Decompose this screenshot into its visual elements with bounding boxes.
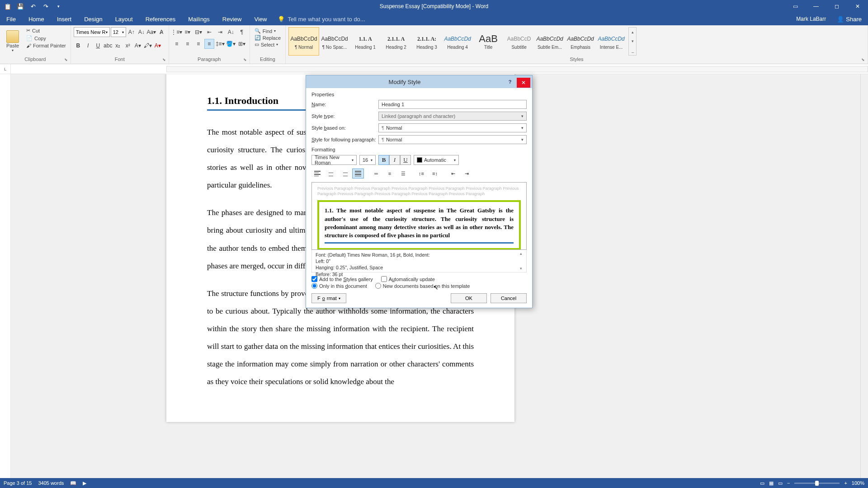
tab-design[interactable]: Design [78,13,108,25]
word-count[interactable]: 3405 words [38,480,64,486]
style-item[interactable]: 2.1.1. AHeading 2 [381,27,411,56]
dlg-underline-button[interactable]: U [400,155,411,165]
style-item[interactable]: AaBbCcDdEmphasis [565,27,596,56]
dlg-size-combo[interactable]: 16▾ [359,155,376,165]
dlg-spacing-15[interactable]: ≡ [384,169,396,178]
dlg-increase-indent[interactable]: ⇥ [461,169,472,178]
dlg-decrease-indent[interactable]: ⇤ [447,169,459,178]
copy-button[interactable]: 📄Copy [24,35,68,42]
spellcheck-icon[interactable]: 📖 [70,480,76,486]
italic-button[interactable]: I [84,41,93,51]
based-on-field[interactable]: ¶Normal▾ [378,123,527,132]
horizontal-ruler[interactable] [11,64,868,74]
increase-indent-icon[interactable]: ⇥ [215,27,225,37]
style-item[interactable]: 1.1. AHeading 1 [350,27,381,56]
select-button[interactable]: ▭Select▾ [255,42,281,47]
share-button[interactable]: 👤Share [830,13,868,25]
superscript-button[interactable]: x² [123,41,132,51]
page-indicator[interactable]: Page 3 of 15 [4,480,32,486]
dlg-bold-button[interactable]: B [378,155,389,165]
borders-icon[interactable]: ⊞▾ [237,39,247,49]
minimize-icon[interactable]: — [806,0,826,13]
macro-icon[interactable]: ▶ [83,480,86,486]
sort-icon[interactable]: A↓ [226,27,236,37]
align-center-icon[interactable]: ≡ [183,39,193,49]
zoom-out-icon[interactable]: − [787,480,790,486]
only-document-radio[interactable]: Only in this document [311,283,367,289]
clear-format-icon[interactable]: A̷ [157,27,166,37]
read-mode-icon[interactable]: ▭ [760,480,764,486]
styles-more[interactable]: ▴▾⎯ [628,27,637,56]
underline-button[interactable]: U [94,41,103,51]
tab-layout[interactable]: Layout [109,13,139,25]
save-icon[interactable]: 💾 [16,2,24,10]
style-item[interactable]: AaBbCcDdHeading 4 [442,27,473,56]
styles-launcher-icon[interactable]: ⬊ [861,57,865,62]
following-field[interactable]: ¶Normal▾ [378,135,527,144]
tell-me-search[interactable]: 💡Tell me what you want to do... [273,13,369,25]
vertical-scrollbar[interactable] [860,74,868,478]
user-name[interactable]: Mark LaBarr [792,13,830,25]
redo-icon[interactable]: ↷ [42,2,50,10]
tab-view[interactable]: View [248,13,273,25]
close-icon[interactable]: ✕ [517,78,530,88]
desc-scroll-down-icon[interactable]: ▾ [520,266,525,271]
numbering-icon[interactable]: ≡▾ [183,27,193,37]
tab-insert[interactable]: Insert [51,13,78,25]
line-spacing-icon[interactable]: ‡≡▾ [215,39,225,49]
zoom-in-icon[interactable]: + [844,480,847,486]
zoom-level[interactable]: 100% [852,480,864,486]
file-tab[interactable]: File [0,13,22,25]
dlg-spacing-1[interactable]: ═ [370,169,382,178]
cancel-button[interactable]: Cancel [491,293,527,303]
style-item[interactable]: AaBbCcDd¶ Normal [288,27,319,56]
ribbon-display-icon[interactable]: ▭ [785,0,806,13]
style-item[interactable]: AaBTitle [473,27,504,56]
dlg-spacing-2[interactable]: ☰ [397,169,409,178]
show-marks-icon[interactable]: ¶ [237,27,247,37]
tab-references[interactable]: References [139,13,182,25]
shading-icon[interactable]: 🪣▾ [226,39,236,49]
dlg-align-left[interactable] [311,169,323,178]
grow-font-icon[interactable]: A↑ [127,27,136,37]
paste-button[interactable]: Paste ▾ [3,27,23,56]
style-item[interactable]: AaBbCcDSubtitle [504,27,534,56]
dlg-color-combo[interactable]: Automatic▾ [414,155,459,165]
highlight-icon[interactable]: 🖍▾ [143,41,152,51]
decrease-indent-icon[interactable]: ⇤ [204,27,214,37]
dlg-font-combo[interactable]: Times New Roman▾ [311,155,357,165]
tab-review[interactable]: Review [216,13,248,25]
desc-scroll-up-icon[interactable]: ▴ [520,251,525,256]
font-name-combo[interactable]: Times New R▾ [74,27,110,37]
clipboard-launcher-icon[interactable]: ⬊ [64,57,68,62]
help-icon[interactable]: ? [503,75,517,88]
vertical-ruler[interactable] [0,74,11,478]
bold-button[interactable]: B [74,41,83,51]
zoom-slider[interactable] [794,483,840,484]
change-case-icon[interactable]: Aa▾ [147,27,156,37]
maximize-icon[interactable]: ◻ [826,0,847,13]
dlg-italic-button[interactable]: I [389,155,400,165]
ok-button[interactable]: OK [451,293,487,303]
find-button[interactable]: 🔍Find▾ [255,28,281,34]
undo-icon[interactable]: ↶ [29,2,37,10]
multilevel-icon[interactable]: ⊟▾ [193,27,203,37]
style-item[interactable]: AaBbCcDdIntense E... [596,27,627,56]
dlg-align-center[interactable] [325,169,337,178]
cut-button[interactable]: ✂Cut [24,27,68,34]
tab-home[interactable]: Home [22,13,51,25]
subscript-button[interactable]: x₂ [113,41,123,51]
align-right-icon[interactable]: ≡ [193,39,203,49]
paragraph-launcher-icon[interactable]: ⬊ [243,57,247,62]
replace-button[interactable]: 🔄Replace [255,35,281,41]
align-justify-icon[interactable]: ≡ [204,39,214,49]
print-layout-icon[interactable]: ▦ [769,480,774,486]
name-field[interactable]: Heading 1 [378,100,527,109]
align-left-icon[interactable]: ≡ [172,39,182,49]
dlg-space-before-icon[interactable]: ↕≡ [415,169,427,178]
style-item[interactable]: 2.1.1. A:Heading 3 [411,27,442,56]
web-layout-icon[interactable]: ▭ [778,480,783,486]
shrink-font-icon[interactable]: A↓ [137,27,146,37]
dlg-align-justify[interactable] [352,169,364,178]
new-documents-radio[interactable]: New documents based on this template [375,283,470,289]
